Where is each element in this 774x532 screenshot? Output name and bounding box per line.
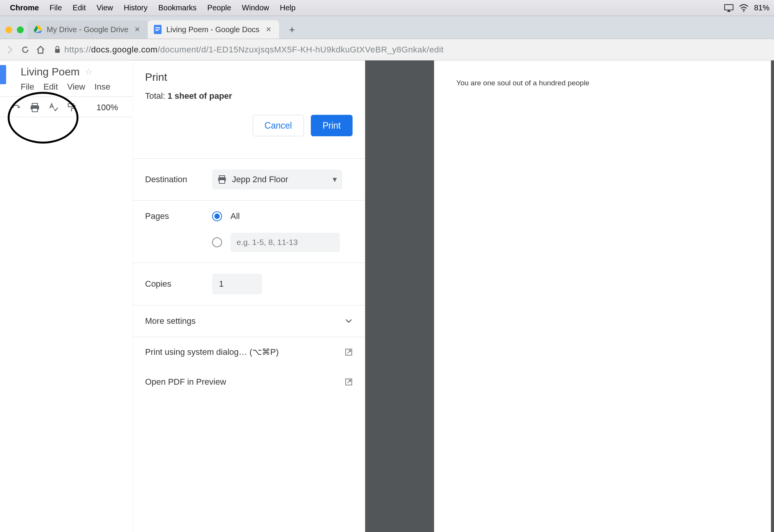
docs-insert-menu[interactable]: Inse — [95, 82, 111, 92]
external-link-icon — [345, 378, 353, 386]
close-icon[interactable]: ✕ — [264, 25, 273, 34]
paint-format-icon[interactable] — [67, 103, 77, 113]
doc-title[interactable]: Living Poem — [21, 66, 80, 78]
wifi-icon[interactable] — [739, 4, 749, 12]
svg-point-1 — [743, 10, 745, 12]
copies-label: Copies — [145, 279, 212, 289]
svg-rect-6 — [55, 49, 60, 53]
spellcheck-icon[interactable] — [48, 103, 58, 113]
destination-label: Destination — [145, 175, 212, 184]
external-link-icon — [345, 348, 353, 356]
new-tab-button[interactable]: + — [284, 21, 300, 38]
svg-rect-13 — [219, 180, 225, 183]
preview-content: You are one soul out of a hundred people — [456, 79, 749, 87]
docs-logo[interactable] — [0, 65, 6, 84]
battery-percent: 81% — [754, 3, 769, 12]
home-button[interactable] — [33, 42, 48, 57]
destination-select[interactable]: Jepp 2nd Floor ▾ — [212, 170, 342, 189]
maximize-button[interactable] — [17, 26, 24, 33]
svg-rect-11 — [219, 176, 225, 178]
more-settings-toggle[interactable]: More settings — [133, 305, 365, 337]
pages-label: Pages — [145, 211, 212, 221]
close-icon[interactable]: ✕ — [133, 25, 142, 34]
print-preview-area: You are one soul out of a hundred people — [365, 60, 774, 532]
more-settings-label: More settings — [145, 316, 196, 326]
pages-input[interactable] — [230, 233, 340, 252]
copies-input[interactable] — [212, 274, 262, 294]
docs-view-menu[interactable]: View — [67, 82, 85, 92]
printer-icon — [217, 175, 227, 184]
print-total: Total: 1 sheet of paper — [145, 91, 353, 101]
window-menu[interactable]: Window — [237, 3, 274, 12]
app-menu[interactable]: Chrome — [5, 3, 44, 12]
print-dialog: Print Total: 1 sheet of paper Cancel Pri… — [133, 60, 365, 532]
pages-all-radio[interactable] — [212, 211, 222, 221]
svg-rect-0 — [725, 5, 733, 10]
docs-header: Living Poem ☆ File Edit View Inse 100% — [0, 60, 134, 117]
svg-rect-5 — [155, 30, 158, 31]
address-bar: https://docs.google.com/document/d/1-ED1… — [0, 39, 774, 60]
pages-custom-radio[interactable] — [212, 237, 222, 247]
tab-label: Living Poem - Google Docs — [166, 25, 259, 34]
star-icon[interactable]: ☆ — [85, 67, 93, 77]
drive-icon — [34, 26, 42, 33]
history-menu[interactable]: History — [118, 3, 153, 12]
system-dialog-label: Print using system dialog… (⌥⌘P) — [145, 347, 279, 357]
tab-docs[interactable]: Living Poem - Google Docs ✕ — [148, 20, 279, 39]
svg-rect-10 — [68, 104, 73, 107]
docs-file-menu[interactable]: File — [21, 82, 34, 92]
macos-menubar: Chrome File Edit View History Bookmarks … — [0, 0, 774, 16]
edit-menu[interactable]: Edit — [67, 3, 91, 12]
docs-icon — [154, 25, 162, 34]
lock-icon — [54, 46, 60, 54]
tab-drive[interactable]: My Drive - Google Drive ✕ — [28, 20, 148, 39]
redo-icon[interactable] — [11, 103, 21, 113]
window-controls — [3, 26, 28, 39]
browser-tab-strip: My Drive - Google Drive ✕ Living Poem - … — [0, 16, 774, 39]
print-button[interactable]: Print — [311, 115, 353, 136]
view-menu[interactable]: View — [91, 3, 118, 12]
svg-rect-3 — [155, 27, 160, 28]
chevron-down-icon — [345, 318, 353, 324]
forward-button[interactable] — [2, 42, 18, 57]
svg-rect-7 — [32, 103, 38, 106]
airplay-icon[interactable] — [724, 4, 733, 12]
url-text: https://docs.google.com/document/d/1-ED1… — [64, 45, 444, 55]
open-pdf-link[interactable]: Open PDF in Preview — [133, 367, 365, 397]
zoom-level[interactable]: 100% — [96, 103, 118, 113]
print-title: Print — [145, 71, 353, 83]
chevron-down-icon: ▾ — [333, 175, 337, 184]
people-menu[interactable]: People — [202, 3, 237, 12]
system-dialog-link[interactable]: Print using system dialog… (⌥⌘P) — [133, 337, 365, 367]
svg-rect-9 — [32, 108, 38, 112]
svg-rect-4 — [155, 29, 160, 29]
destination-value: Jepp 2nd Floor — [232, 175, 288, 184]
preview-page: You are one soul out of a hundred people — [434, 60, 771, 532]
tab-label: My Drive - Google Drive — [47, 25, 128, 34]
pages-all-label: All — [230, 211, 240, 221]
open-pdf-label: Open PDF in Preview — [145, 377, 226, 387]
reload-button[interactable] — [18, 42, 33, 57]
print-icon[interactable] — [30, 103, 40, 113]
cancel-button[interactable]: Cancel — [253, 115, 304, 136]
url-input[interactable]: https://docs.google.com/document/d/1-ED1… — [48, 45, 772, 55]
bookmarks-menu[interactable]: Bookmarks — [153, 3, 202, 12]
minimize-button[interactable] — [5, 26, 12, 33]
file-menu[interactable]: File — [44, 3, 67, 12]
help-menu[interactable]: Help — [274, 3, 301, 12]
docs-edit-menu[interactable]: Edit — [43, 82, 58, 92]
